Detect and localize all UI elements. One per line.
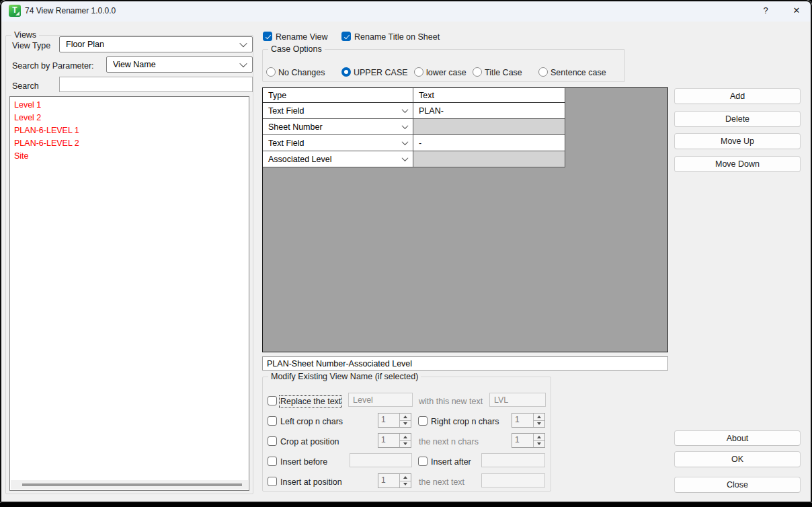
insert-at-position-label: Insert at position [280,477,342,488]
insert-position-stepper[interactable]: 1 [378,473,411,488]
spin-down-icon[interactable] [534,420,544,428]
about-button[interactable]: About [674,430,801,446]
next-n-chars-value: 1 [512,434,533,447]
radio-title-case[interactable] [473,67,482,77]
row-text-cell[interactable]: - [413,135,565,151]
chevron-down-icon [402,106,409,113]
insert-before-input[interactable] [350,453,412,467]
column-header-text: Text [413,88,565,103]
chevron-down-icon [402,155,409,161]
delete-button[interactable]: Delete [674,111,801,127]
view-type-label: View Type [12,41,50,51]
chevron-down-icon [402,122,409,129]
search-by-parameter-value: View Name [113,60,241,69]
spin-down-icon[interactable] [400,420,411,428]
views-group-label: Views [11,30,39,40]
spin-up-icon[interactable] [534,434,544,440]
spin-up-icon[interactable] [400,414,411,420]
chevron-down-icon [402,139,409,145]
radio-upper-case-label: UPPER CASE [354,68,408,78]
right-crop-checkbox[interactable] [418,416,428,426]
insert-after-checkbox[interactable] [418,457,428,466]
column-header-type: Type [263,88,413,103]
spin-up-icon[interactable] [534,414,544,420]
close-window-button[interactable]: ✕ [784,0,809,21]
move-up-button[interactable]: Move Up [674,133,801,149]
radio-sentence-case[interactable] [538,67,548,77]
radio-lower-case[interactable] [414,67,423,77]
row-type-value: Text Field [268,139,304,148]
row-text-cell[interactable]: PLAN- [413,103,565,119]
horizontal-scrollbar[interactable] [11,480,248,490]
replace-text-checkbox[interactable] [268,396,277,405]
replace-new-input[interactable]: LVL [489,393,546,407]
insert-before-checkbox[interactable] [268,457,277,466]
chevron-down-icon [239,60,247,67]
app-icon: T [9,5,21,17]
replace-text-label: Replace the text [280,397,341,407]
list-item[interactable]: Site [10,150,249,163]
row-type-select[interactable]: Sheet Number [263,119,413,135]
insert-position-value: 1 [378,474,399,488]
search-input[interactable] [59,77,253,92]
rename-title-checkbox[interactable] [341,32,351,41]
insert-after-label: Insert after [431,457,471,467]
view-type-value: Floor Plan [66,40,241,49]
row-text-cell-disabled [413,119,565,135]
view-type-select[interactable]: Floor Plan [59,36,253,52]
spin-down-icon[interactable] [400,481,411,488]
row-text-cell-disabled [413,151,565,167]
search-label: Search [12,81,39,91]
left-crop-checkbox[interactable] [268,416,277,426]
row-type-select[interactable]: Associated Level [263,151,413,167]
app-window: T 74 View Renamer 1.0.0.0 ? ✕ Views View… [0,0,812,503]
next-text-label: the next text [419,477,464,488]
search-by-parameter-select[interactable]: View Name [106,56,253,73]
add-button[interactable]: Add [674,88,801,104]
radio-no-changes[interactable] [266,67,276,77]
close-button[interactable]: Close [674,477,801,493]
right-crop-value: 1 [512,414,533,427]
spin-down-icon[interactable] [534,440,544,448]
row-type-select[interactable]: Text Field [263,135,413,151]
left-crop-value: 1 [378,414,399,427]
left-crop-stepper[interactable]: 1 [378,413,411,428]
radio-upper-case[interactable] [341,67,351,77]
row-type-value: Sheet Number [268,122,323,132]
spin-down-icon[interactable] [400,440,411,448]
rename-view-checkbox[interactable] [263,32,272,41]
crop-at-position-checkbox[interactable] [268,436,277,446]
list-item[interactable]: Level 2 [10,112,249,124]
list-item[interactable]: PLAN-6-LEVEL 2 [10,137,249,150]
crop-position-value: 1 [378,434,399,447]
crop-position-stepper[interactable]: 1 [378,433,411,448]
preview-name-field[interactable]: PLAN-Sheet Number-Associated Level [262,356,668,370]
left-crop-label: Left crop n chars [280,417,343,427]
insert-at-position-checkbox[interactable] [268,477,277,486]
row-type-value: Text Field [268,106,304,116]
crop-at-position-label: Crop at position [280,437,339,447]
replace-find-input[interactable]: Level [348,393,413,407]
row-type-value: Associated Level [268,155,332,164]
insert-after-input[interactable] [481,453,545,467]
spin-up-icon[interactable] [400,474,411,481]
help-button[interactable]: ? [753,0,778,21]
case-options-group-label: Case Options [268,44,325,54]
modify-group-label: Modify Existing View Name (if selected) [268,372,421,382]
ok-button[interactable]: OK [674,451,801,467]
app-icon-cursor [15,11,19,15]
next-text-input[interactable] [481,473,545,488]
list-item[interactable]: Level 1 [10,99,249,112]
name-parts-table: Type Text Text Field PLAN- Sheet Number … [262,87,668,352]
spin-up-icon[interactable] [400,434,411,440]
list-item[interactable]: PLAN-6-LEVEL 1 [10,124,249,137]
views-list[interactable]: Level 1 Level 2 PLAN-6-LEVEL 1 PLAN-6-LE… [9,96,249,491]
move-down-button[interactable]: Move Down [674,156,801,172]
right-crop-stepper[interactable]: 1 [512,413,545,428]
next-n-chars-stepper[interactable]: 1 [512,433,545,448]
rename-view-label: Rename View [276,32,328,42]
row-type-select[interactable]: Text Field [263,103,413,119]
rename-title-label: Rename Title on Sheet [354,32,440,42]
chevron-down-icon [239,40,247,47]
scrollbar-thumb[interactable] [22,483,242,486]
